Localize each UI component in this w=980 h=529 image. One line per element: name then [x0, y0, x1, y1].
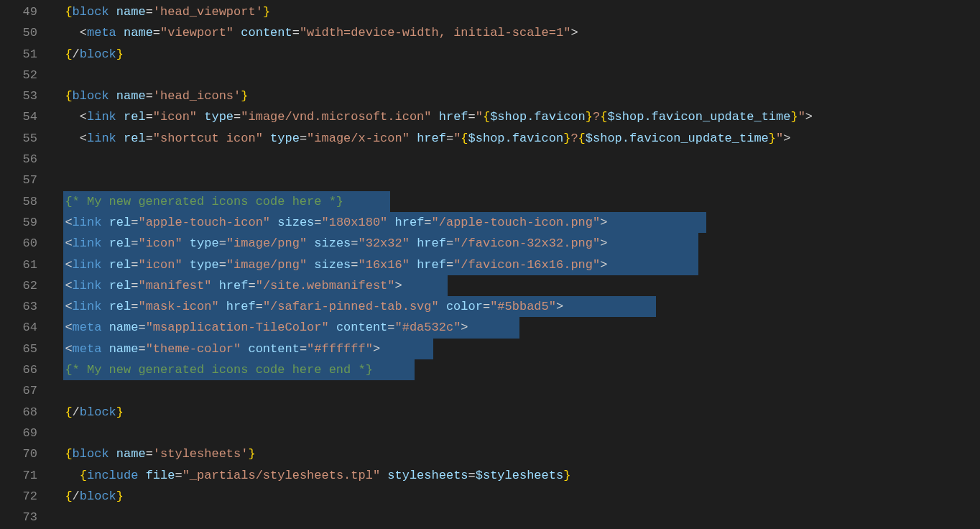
code-line[interactable]: {* My new generated icons code here end …: [50, 359, 980, 380]
token: <: [80, 26, 87, 40]
code-line[interactable]: {* My new generated icons code here *}: [50, 191, 980, 212]
token: [109, 89, 116, 103]
token: }: [116, 405, 124, 419]
token: href: [417, 132, 446, 145]
code-line[interactable]: {/block}: [50, 44, 980, 65]
token: =: [175, 469, 182, 482]
token: {: [65, 489, 72, 503]
token: }: [116, 47, 124, 61]
token: rel: [109, 279, 131, 293]
token: $shop.favicon_update_time: [586, 132, 769, 145]
token: =: [292, 26, 300, 40]
token: [109, 5, 116, 19]
token: }: [248, 447, 255, 461]
code-line[interactable]: <meta name="theme-color" content="#fffff…: [50, 339, 980, 359]
token: >: [395, 279, 402, 293]
token: [101, 258, 108, 272]
code-line[interactable]: <link rel="apple-touch-icon" sizes="180x…: [50, 212, 980, 233]
token: sizes: [277, 216, 314, 229]
token: type: [190, 236, 219, 250]
code-line[interactable]: <link rel="manifest" href="/site.webmani…: [50, 275, 980, 296]
token: ": [453, 132, 461, 145]
token: include: [87, 469, 138, 482]
token: {: [65, 89, 72, 103]
code-line[interactable]: [50, 65, 980, 86]
code-line[interactable]: {include file="_partials/stylesheets.tpl…: [50, 465, 980, 486]
code-editor[interactable]: 4950515253545556575859606162636465666768…: [0, 0, 980, 529]
line-number: 59: [0, 212, 37, 233]
token: "icon": [138, 258, 182, 272]
code-line[interactable]: [50, 170, 980, 190]
token: href: [219, 279, 249, 293]
token: [380, 469, 387, 482]
code-line[interactable]: <meta name="viewport" content="width=dev…: [50, 22, 980, 43]
token: <: [65, 216, 72, 229]
line-number: 61: [0, 254, 37, 275]
token: "shortcut icon": [153, 132, 263, 145]
token: =: [131, 216, 138, 229]
code-line[interactable]: [50, 149, 980, 170]
token: >: [556, 300, 563, 313]
token: block: [80, 489, 116, 503]
token: {: [80, 469, 87, 482]
token: {: [578, 132, 586, 145]
token: [307, 258, 314, 272]
line-number: 53: [0, 86, 37, 106]
token: [101, 342, 108, 356]
token: >: [600, 258, 607, 272]
token: "/safari-pinned-tab.svg": [263, 300, 439, 313]
token: >: [600, 236, 607, 250]
token: "/favicon-16x16.png": [453, 258, 600, 272]
token: "/favicon-32x32.png": [453, 236, 600, 250]
token: [432, 110, 439, 124]
code-line[interactable]: <link rel="icon" type="image/vnd.microso…: [50, 106, 980, 127]
token: {* My new generated icons code here end …: [65, 363, 372, 377]
token: "_partials/stylesheets.tpl": [182, 469, 380, 482]
token: content: [248, 342, 299, 356]
code-line[interactable]: [50, 380, 980, 401]
token: [101, 300, 108, 313]
token: link: [73, 216, 102, 229]
token: rel: [109, 216, 131, 229]
token: [387, 216, 394, 229]
code-line[interactable]: <link rel="shortcut icon" type="image/x-…: [50, 128, 980, 149]
token: =: [314, 216, 321, 229]
token: [109, 447, 116, 461]
code-line[interactable]: [50, 507, 980, 528]
token: "image/vnd.microsoft.icon": [241, 110, 431, 124]
token: >: [373, 342, 380, 356]
code-line[interactable]: {block name='head_icons'}: [50, 86, 980, 106]
token: >: [461, 321, 468, 334]
token: rel: [109, 300, 131, 313]
token: file: [146, 469, 175, 482]
code-line[interactable]: <meta name="msapplication-TileColor" con…: [50, 317, 980, 338]
token: [101, 216, 108, 229]
code-line[interactable]: <link rel="icon" type="image/png" sizes=…: [50, 254, 980, 275]
token: href: [226, 300, 256, 313]
code-line[interactable]: <link rel="mask-icon" href="/safari-pinn…: [50, 296, 980, 317]
code-line[interactable]: {block name='stylesheets'}: [50, 443, 980, 464]
token: "#ffffff": [307, 342, 373, 356]
token: =: [446, 236, 453, 250]
token: rel: [124, 110, 146, 124]
code-line[interactable]: <link rel="icon" type="image/png" sizes=…: [50, 233, 980, 254]
code-area[interactable]: {block name='head_viewport'} <meta name=…: [50, 1, 980, 529]
token: [439, 300, 446, 313]
token: <: [65, 300, 72, 313]
token: [101, 236, 108, 250]
token: >: [600, 216, 607, 229]
code-line[interactable]: {/block}: [50, 486, 980, 507]
code-line[interactable]: {/block}: [50, 402, 980, 423]
code-line[interactable]: [50, 423, 980, 443]
line-number-gutter: 4950515253545556575859606162636465666768…: [0, 1, 50, 529]
token: =: [468, 110, 476, 124]
token: block: [73, 89, 109, 103]
token: "#5bbad5": [490, 300, 556, 313]
token: $shop.favicon: [468, 132, 564, 145]
line-number: 54: [0, 106, 37, 127]
token: [263, 132, 270, 145]
token: "/apple-touch-icon.png": [432, 216, 601, 229]
line-number: 50: [0, 22, 37, 43]
token: [116, 110, 124, 124]
code-line[interactable]: {block name='head_viewport'}: [50, 1, 980, 22]
